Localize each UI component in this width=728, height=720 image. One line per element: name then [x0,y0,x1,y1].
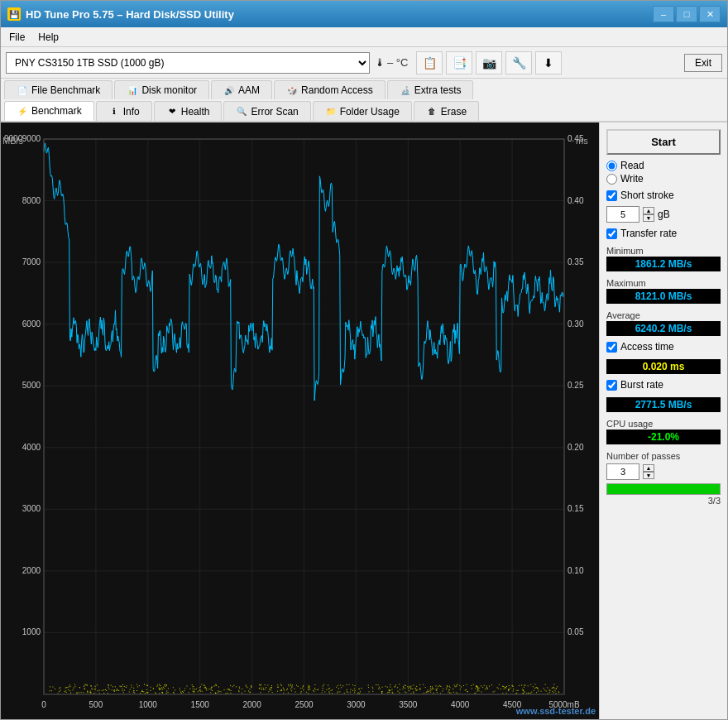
write-radio-label[interactable]: Write [606,173,721,185]
short-stroke-checkbox-label[interactable]: Short stroke [606,190,721,201]
app-icon: 💾 [7,7,21,21]
short-stroke-row: ▲ ▼ gB [606,206,721,223]
passes-section: Number of passes ▲ ▼ 3/3 [606,451,721,506]
minimize-button[interactable]: – [653,6,674,22]
toolbar: PNY CS3150 1TB SSD (1000 gB) 🌡 – °C 📋 📑 … [1,47,727,79]
maximize-button[interactable]: □ [676,6,697,22]
title-bar-controls: – □ ✕ [653,6,721,22]
thermometer-icon: 🌡 [375,56,386,69]
benchmark-icon: ⚡ [17,105,28,117]
tab-health[interactable]: ❤ Health [154,101,223,121]
minimum-section: Minimum 1861.2 MB/s [606,246,721,271]
tab-disk-monitor-label: Disk monitor [141,84,197,96]
tab-health-label: Health [181,106,210,118]
health-icon: ❤ [166,106,178,118]
tab-disk-monitor[interactable]: 📊 Disk monitor [114,80,209,99]
close-button[interactable]: ✕ [699,6,721,22]
passes-input-row: ▲ ▼ [606,463,721,480]
temp-display: 🌡 – °C [375,56,408,69]
tab-erase[interactable]: 🗑 Erase [414,101,479,121]
write-label: Write [620,173,644,185]
average-value: 6240.2 MB/s [606,321,721,336]
average-label: Average [606,310,721,320]
file-benchmark-icon: 📄 [17,84,28,96]
transfer-rate-checkbox[interactable] [606,228,617,239]
tab-error-scan-label: Error Scan [251,106,298,118]
folder-usage-icon: 📁 [325,106,337,118]
minimum-label: Minimum [606,246,721,256]
start-button[interactable]: Start [606,129,721,155]
tab-file-benchmark[interactable]: 📄 File Benchmark [4,80,113,99]
short-stroke-up[interactable]: ▲ [643,207,654,214]
access-time-label: Access time [620,341,674,353]
drive-select[interactable]: PNY CS3150 1TB SSD (1000 gB) [6,52,370,74]
tab-extra-tests[interactable]: 🔬 Extra tests [387,80,474,99]
passes-up[interactable]: ▲ [643,464,654,472]
menu-help[interactable]: Help [33,30,64,45]
average-section: Average 6240.2 MB/s [606,310,721,336]
title-bar-left: 💾 HD Tune Pro 5.75 – Hard Disk/SSD Utili… [7,7,234,21]
tab-folder-usage-label: Folder Usage [340,106,400,118]
short-stroke-unit: gB [658,209,670,220]
temp-value: – °C [387,56,408,69]
tab-benchmark[interactable]: ⚡ Benchmark [4,101,94,121]
tabs-bottom-row: ⚡ Benchmark ℹ Info ❤ Health 🔍 Error Scan… [1,99,727,121]
short-stroke-checkbox[interactable] [606,190,617,201]
info-icon-btn[interactable]: 🔧 [505,51,532,74]
aam-icon: 🔊 [223,84,235,96]
info-tab-icon: ℹ [108,106,120,118]
menu-bar: File Help [1,27,727,47]
burst-rate-section: 2771.5 MB/s [606,397,721,412]
copy-icon-btn[interactable]: 📋 [416,51,443,74]
erase-icon: 🗑 [426,106,438,118]
content-area: www.ssd-tester.de Start Read Write Short… [1,122,727,719]
read-radio-label[interactable]: Read [606,160,721,171]
maximum-value: 8121.0 MB/s [606,289,721,304]
tab-random-access[interactable]: 🎲 Random Access [274,80,386,99]
exit-button[interactable]: Exit [684,54,722,72]
transfer-rate-checkbox-label[interactable]: Transfer rate [606,228,721,239]
camera-icon-btn[interactable]: 📷 [476,51,502,74]
burst-rate-value: 2771.5 MB/s [606,397,721,412]
short-stroke-down[interactable]: ▼ [643,214,654,222]
burst-rate-checkbox[interactable] [606,380,617,391]
access-time-checkbox[interactable] [606,342,617,353]
tab-error-scan[interactable]: 🔍 Error Scan [223,101,310,121]
cpu-usage-label: CPU usage [606,419,721,429]
passes-row: Number of passes [606,451,721,462]
tab-random-access-label: Random Access [301,84,373,96]
error-scan-icon: 🔍 [236,106,247,118]
burst-rate-checkbox-label[interactable]: Burst rate [606,379,721,391]
tabs-container: 📄 File Benchmark 📊 Disk monitor 🔊 AAM 🎲 … [1,79,727,122]
title-bar: 💾 HD Tune Pro 5.75 – Hard Disk/SSD Utili… [1,1,727,27]
tab-folder-usage[interactable]: 📁 Folder Usage [313,101,412,121]
passes-spinners: ▲ ▼ [643,464,654,479]
mode-radio-group: Read Write [606,160,721,185]
tab-file-benchmark-label: File Benchmark [31,84,100,96]
passes-down[interactable]: ▼ [643,472,654,479]
download-icon-btn[interactable]: ⬇ [535,51,562,74]
read-radio[interactable] [606,161,617,171]
short-stroke-input[interactable] [606,206,639,223]
chart-area: www.ssd-tester.de [1,122,599,719]
minimum-value: 1861.2 MB/s [606,257,721,271]
maximum-label: Maximum [606,278,721,288]
transfer-rate-label: Transfer rate [620,228,677,239]
short-stroke-spinners: ▲ ▼ [643,207,654,222]
passes-progress-container [606,483,721,495]
passes-input[interactable] [606,463,639,480]
tab-aam[interactable]: 🔊 AAM [211,80,272,99]
access-time-value: 0.020 ms [606,359,721,374]
disk-monitor-icon: 📊 [127,84,138,96]
list-icon-btn[interactable]: 📑 [446,51,472,74]
write-radio[interactable] [606,174,617,185]
passes-progress-fill [607,484,720,494]
menu-file[interactable]: File [4,30,30,45]
benchmark-chart [1,122,599,719]
maximum-section: Maximum 8121.0 MB/s [606,278,721,304]
tab-info[interactable]: ℹ Info [96,101,152,121]
window-title: HD Tune Pro 5.75 – Hard Disk/SSD Utility [26,8,234,21]
access-time-checkbox-label[interactable]: Access time [606,341,721,353]
cpu-usage-section: CPU usage -21.0% [606,419,721,444]
toolbar-icons: 📋 📑 📷 🔧 ⬇ [416,51,562,74]
